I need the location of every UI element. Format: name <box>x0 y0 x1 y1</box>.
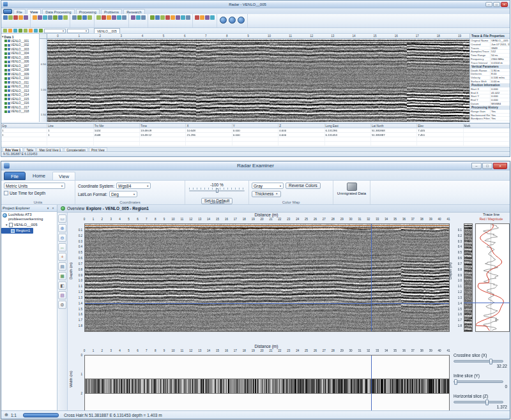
surface-marker-line2[interactable] <box>85 228 449 229</box>
maximize-button[interactable]: □ <box>493 2 500 7</box>
toolbar-icon[interactable] <box>43 15 47 20</box>
slice-canvas[interactable] <box>85 356 449 413</box>
ribbon-tab-view[interactable]: View <box>27 9 41 14</box>
title-bar[interactable]: Radar Examiner − □ × <box>1 161 510 170</box>
toolbar-icon[interactable] <box>141 15 146 20</box>
column-header[interactable]: Y <box>233 124 278 128</box>
slider-thumb[interactable] <box>489 359 492 364</box>
trace-canvas[interactable] <box>476 224 509 331</box>
toolbar-icon[interactable] <box>82 15 87 20</box>
table-row[interactable] <box>1 142 510 146</box>
toolbar-icon[interactable] <box>150 15 155 20</box>
minimize-button[interactable]: − <box>485 2 492 7</box>
tree-item-file[interactable]: ▾ VENLO__005 <box>1 222 57 228</box>
toolbar-icon[interactable] <box>39 29 43 33</box>
tree-expand-icon[interactable]: ▾ <box>2 34 4 39</box>
tree-item-project[interactable]: Luchtfoto AT3 probleemverkenning <box>1 212 57 222</box>
toolbar-icon[interactable] <box>181 15 185 20</box>
toolbar-icon[interactable] <box>19 29 22 33</box>
depth-strip[interactable] <box>464 223 473 332</box>
tree-item[interactable]: VENLO__018 <box>2 110 38 114</box>
column-header[interactable]: Z <box>278 124 324 128</box>
column-header[interactable]: Line <box>47 124 93 128</box>
toolbar-icon[interactable] <box>210 15 215 20</box>
horizontal-slider[interactable] <box>454 401 503 403</box>
crossline-slider[interactable] <box>454 360 503 363</box>
toolbar-icon[interactable] <box>112 15 116 20</box>
radargram-canvas[interactable] <box>47 39 470 122</box>
tool-icon[interactable] <box>220 17 227 24</box>
depth-strip-canvas[interactable] <box>464 224 472 331</box>
toolbar-icon[interactable] <box>122 15 126 20</box>
toolbar-icon[interactable] <box>29 29 33 33</box>
slider-thumb[interactable] <box>454 379 457 385</box>
radargram-view[interactable] <box>47 39 470 122</box>
units-dropdown[interactable]: Metric Units ▼ <box>4 183 65 189</box>
ribbon-tab-problems[interactable]: Problems <box>101 9 122 14</box>
tab-file[interactable]: File <box>4 172 26 180</box>
column-header[interactable]: Lat North <box>371 124 417 128</box>
minimize-button[interactable]: − <box>471 163 482 169</box>
close-button[interactable]: × <box>501 2 508 7</box>
toolbar-icon[interactable] <box>117 15 121 20</box>
close-button[interactable]: × <box>493 163 507 169</box>
toolbar-icon[interactable] <box>200 15 204 20</box>
toolbar-icon[interactable] <box>3 29 7 33</box>
crosshair-vertical-line[interactable] <box>371 224 372 331</box>
toolbar-icon[interactable] <box>34 29 38 33</box>
zoom-slider[interactable] <box>23 413 59 417</box>
tree-root[interactable]: ▾ Data 1 <box>2 34 38 39</box>
ribbon-tab-file[interactable]: File <box>13 9 26 14</box>
crosshair-icon[interactable]: + <box>58 253 66 261</box>
tree-item-region[interactable]: Region1 <box>1 228 33 234</box>
zoom-out-icon[interactable]: ⊖ <box>58 234 66 242</box>
contrast-slider[interactable] <box>189 188 245 192</box>
radargram-plot[interactable] <box>84 223 450 332</box>
zoom-in-icon[interactable]: ⊕ <box>58 224 66 232</box>
ribbon-tab-processing[interactable]: Processing <box>76 9 100 14</box>
toolbar-icon[interactable] <box>63 15 68 20</box>
property-row[interactable]: Bandpass FilterYes <box>470 117 510 121</box>
toolbar-icon[interactable] <box>38 15 42 20</box>
tab-view[interactable]: View <box>52 172 75 180</box>
surface-marker-line[interactable] <box>85 225 449 226</box>
radargram-canvas[interactable] <box>85 224 449 331</box>
toolbar-icon[interactable] <box>107 15 111 20</box>
column-header[interactable]: Mark <box>464 124 510 128</box>
document-tab[interactable]: VENLO__005 <box>94 28 120 33</box>
trace-plot[interactable] <box>475 223 510 332</box>
toolbar-icon[interactable] <box>96 15 101 20</box>
thickness-button[interactable]: Thickness ▼ <box>252 191 281 197</box>
toolbar-icon[interactable] <box>48 15 52 20</box>
toolbar-icon[interactable] <box>195 15 199 20</box>
layers-icon[interactable]: ▤ <box>58 262 66 271</box>
toolbar-icon[interactable] <box>19 15 23 20</box>
toolbar-dropdown[interactable]: ▼ <box>44 29 66 33</box>
ribbon-tab-research[interactable]: Research <box>123 9 145 14</box>
grid-icon[interactable]: ▦ <box>58 272 66 280</box>
toolbar-icon[interactable] <box>13 29 17 33</box>
palette-icon[interactable]: ▨ <box>58 291 66 299</box>
toolbar-icon[interactable] <box>186 15 190 20</box>
crosshair-horizontal-line[interactable] <box>85 303 449 304</box>
column-header[interactable]: Elev <box>417 124 463 128</box>
toolbar-icon[interactable] <box>160 15 165 20</box>
toolbar-icon[interactable] <box>3 15 8 20</box>
select-icon[interactable]: ▭ <box>58 214 66 223</box>
toolbar-icon[interactable] <box>53 15 57 20</box>
reverse-colors-button[interactable]: Reverse Colors <box>286 183 321 189</box>
table-row[interactable]: 11204813:49:1221.2960.0000.0006.13145351… <box>1 133 510 137</box>
toolbar-icon[interactable] <box>24 29 27 33</box>
table-row[interactable] <box>1 137 510 142</box>
crosshair-vertical-line[interactable] <box>371 356 372 413</box>
latlon-format-dropdown[interactable]: Deg ▼ <box>109 191 137 197</box>
toolbar-icon[interactable] <box>176 15 180 20</box>
toolbar-icon[interactable] <box>165 15 170 20</box>
toolbar-icon[interactable] <box>171 15 175 20</box>
table-row[interactable]: 11102413:48:0910.6480.0000.0006.13128651… <box>1 128 510 133</box>
inline-slider[interactable] <box>454 380 503 383</box>
file-menu-button[interactable] <box>3 9 12 14</box>
pan-icon[interactable]: ↔ <box>58 243 66 251</box>
overview-tab[interactable]: Overview <box>67 206 84 211</box>
slider-thumb[interactable] <box>216 188 218 193</box>
